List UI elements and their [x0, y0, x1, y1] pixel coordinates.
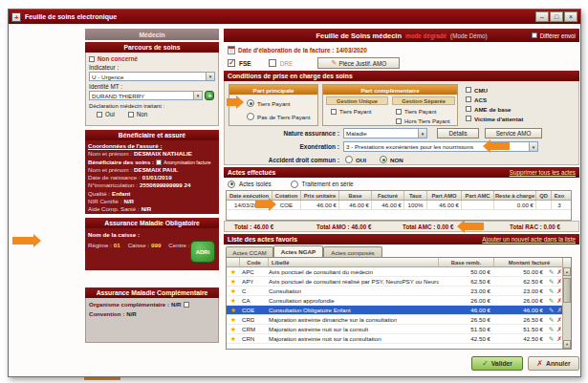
indicateur-select[interactable]: U - Urgence ▾: [89, 72, 215, 81]
details-button[interactable]: Détails: [437, 128, 479, 138]
scroll-up-icon[interactable]: ▲: [563, 267, 571, 276]
favoris-row[interactable]: ★ CRM Majoration astreinte nuit sur la c…: [227, 325, 564, 334]
medecin-traitant-icon[interactable]: [205, 91, 214, 100]
acte-prix: 46.00 €: [301, 201, 339, 209]
star-icon[interactable]: ★: [230, 306, 236, 314]
favoris-row[interactable]: ★ CA Consultation approfondie 26.00 € 26…: [227, 296, 564, 306]
victime-attentat-checkbox[interactable]: [466, 116, 471, 121]
star-icon[interactable]: ★: [230, 334, 236, 343]
fav-base: 26.50 €: [470, 316, 490, 323]
star-icon[interactable]: ★: [230, 277, 236, 286]
service-amo-button[interactable]: Service AMO: [485, 128, 542, 138]
hors-tiers-payant-checkbox[interactable]: [396, 118, 402, 124]
favoris-scrollbar[interactable]: ▲ ▼: [562, 267, 571, 349]
col-qd[interactable]: QD: [536, 191, 552, 200]
organisme-checkbox[interactable]: [184, 302, 189, 308]
adri-badge[interactable]: ADRi: [190, 241, 215, 263]
star-icon[interactable]: ★: [230, 267, 236, 276]
actes-isoles-radio[interactable]: [228, 181, 235, 188]
fav-base: 51.50 €: [470, 326, 490, 332]
scroll-down-icon[interactable]: ▼: [563, 340, 571, 349]
chevron-down-icon[interactable]: ▾: [206, 73, 214, 80]
col-base[interactable]: Base: [339, 191, 372, 200]
star-icon[interactable]: ★: [230, 325, 236, 333]
star-icon[interactable]: ★: [230, 315, 236, 324]
declaration-oui-checkbox[interactable]: [97, 112, 102, 117]
cmu-checkbox[interactable]: [466, 87, 471, 93]
nature-assurance-label: Nature assurance :: [225, 130, 339, 137]
maximize-button[interactable]: □: [550, 11, 563, 22]
piece-justif-label: Pièce Justif. AMO: [338, 60, 386, 67]
declaration-non-label: Non: [137, 111, 148, 117]
favoris-row[interactable]: ★ CRD Majoration astreinte dimanche sur …: [227, 315, 564, 325]
col-base-remb[interactable]: Base remb.: [439, 258, 494, 266]
ajouter-acte-link[interactable]: Ajouter un nouvel acte dans la liste: [482, 236, 576, 243]
col-reste[interactable]: Reste à charge: [494, 191, 536, 200]
chevron-down-icon[interactable]: ▾: [193, 92, 202, 99]
edit-pencil-icon[interactable]: ✎: [549, 296, 554, 306]
fse-row: FSE DRE ✎ Pièce Justif. AMO: [228, 57, 400, 69]
edit-pencil-icon[interactable]: ✎: [549, 334, 554, 344]
declaration-non-checkbox[interactable]: [128, 112, 134, 117]
edit-pencil-icon[interactable]: ✎: [549, 287, 554, 296]
col-facture[interactable]: Facturé: [372, 191, 404, 200]
col-prix[interactable]: Prix unitaire: [301, 191, 339, 200]
supprimer-actes-link[interactable]: Supprimer tous les actes: [510, 169, 576, 176]
star-icon[interactable]: ★: [230, 287, 236, 295]
favoris-row[interactable]: ★ CRN Majoration astreinte nuit sur la c…: [227, 334, 564, 344]
acte-base: 46.00 €: [339, 201, 372, 209]
fav-libelle: Avis ponctuel de consultant du médecin: [269, 268, 373, 275]
col-montant[interactable]: Montant facturé: [494, 258, 564, 266]
fse-checkbox[interactable]: [228, 59, 235, 67]
calendar-icon[interactable]: [228, 46, 235, 54]
favoris-row[interactable]: ★ C Consultation 23.00 € 23.00 € ✎✗: [227, 287, 564, 296]
nature-assurance-select[interactable]: Maladie ▾: [343, 128, 427, 138]
part-principale-header: Part principale: [229, 85, 317, 95]
identite-mt-select[interactable]: DURAND THIERRY ▾: [89, 91, 203, 100]
differer-envoi-checkbox[interactable]: [532, 32, 537, 38]
tp-gestion-separee-checkbox[interactable]: [396, 109, 402, 115]
edit-pencil-icon[interactable]: ✎: [549, 267, 554, 277]
favoris-row[interactable]: ★ APY Avis ponctuel de consultant réalis…: [227, 277, 564, 287]
tab-actes-ngap[interactable]: Actes NGAP: [273, 245, 323, 257]
accident-non-radio[interactable]: [380, 156, 387, 163]
star-icon[interactable]: ★: [230, 296, 236, 305]
tab-actes-ccam[interactable]: Actes CCAM: [226, 246, 273, 257]
piece-justif-button[interactable]: ✎ Pièce Justif. AMO: [317, 57, 400, 69]
annuler-button[interactable]: ✗ Annuler: [528, 356, 579, 371]
edit-pencil-icon[interactable]: ✎: [549, 325, 554, 334]
acte-row[interactable]: 14/03/2020 COE 46.00 € 46.00 € 46.00 € 1…: [227, 201, 571, 210]
col-part-amc[interactable]: Part AMC: [462, 191, 494, 200]
col-exo[interactable]: Exo: [552, 191, 567, 200]
col-part-amo[interactable]: Part AMO: [427, 191, 462, 200]
tab-actes-composes[interactable]: Actes composés: [323, 246, 382, 257]
dre-checkbox[interactable]: [269, 59, 276, 67]
edit-pencil-icon[interactable]: ✎: [549, 306, 554, 315]
edit-pencil-icon[interactable]: ✎: [549, 315, 554, 325]
accident-oui-radio[interactable]: [345, 156, 353, 163]
col-taux[interactable]: Taux: [404, 191, 427, 200]
non-concerne-checkbox[interactable]: [89, 56, 95, 62]
aide-comp-label: Aide Comp. Santé :: [88, 205, 140, 213]
acs-checkbox[interactable]: [466, 96, 471, 102]
col-date[interactable]: Date exécution: [227, 191, 272, 200]
chevron-down-icon[interactable]: ▾: [529, 142, 537, 151]
pas-tiers-payant-radio[interactable]: [247, 113, 254, 120]
anonymisation-checkbox[interactable]: [156, 160, 162, 165]
valider-button[interactable]: ✓ Valider: [471, 356, 523, 371]
minimize-button[interactable]: –: [535, 11, 549, 22]
col-cotation[interactable]: Cotation: [272, 191, 301, 200]
scrollbar-thumb[interactable]: [563, 278, 571, 303]
col-code[interactable]: Code: [240, 258, 269, 266]
ame-checkbox[interactable]: [466, 106, 471, 112]
tiers-payant-radio[interactable]: [247, 99, 254, 107]
traitement-serie-radio[interactable]: [291, 181, 298, 188]
close-button[interactable]: ×: [564, 11, 577, 22]
col-libelle[interactable]: Libellé: [269, 258, 439, 266]
tp-gestion-unique-checkbox[interactable]: [331, 109, 337, 115]
col-star[interactable]: [227, 258, 240, 266]
edit-pencil-icon[interactable]: ✎: [549, 277, 554, 287]
favoris-row-selected[interactable]: ★ COE Consultation Obligatoire Enfant 46…: [227, 306, 564, 315]
chevron-down-icon[interactable]: ▾: [418, 129, 426, 138]
favoris-row[interactable]: ★ APC Avis ponctuel de consultant du méd…: [227, 267, 564, 277]
